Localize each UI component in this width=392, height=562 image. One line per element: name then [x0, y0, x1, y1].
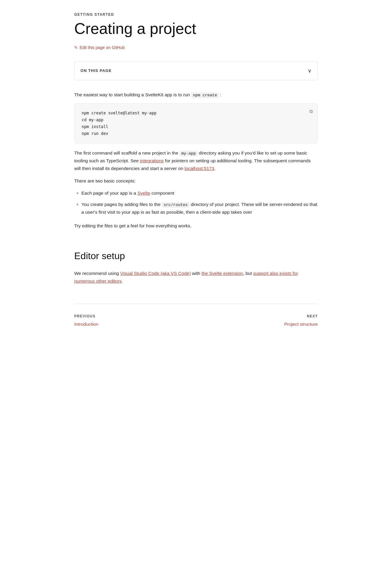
- editor-setup-heading: Editor setup: [74, 244, 318, 264]
- prev-link[interactable]: Introduction: [74, 321, 98, 328]
- bullet-icon: [77, 204, 78, 205]
- my-app-code: my-app: [180, 151, 198, 156]
- page-title: Creating a project: [74, 20, 318, 38]
- localhost-link[interactable]: localhost:5173: [184, 166, 214, 171]
- svelte-extension-link[interactable]: the Svelte extension: [202, 271, 243, 276]
- src-routes-code: src/routes: [162, 202, 189, 208]
- edit-github-link[interactable]: ✎ Edit this page on GitHub: [74, 44, 125, 51]
- next-label: NEXT: [284, 314, 318, 319]
- svelte-link[interactable]: Svelte: [137, 191, 150, 196]
- integrations-link[interactable]: integrations: [140, 158, 164, 163]
- code-block: npm create svelte@latest my-app cd my-ap…: [74, 103, 318, 143]
- next-nav: NEXT Project structure: [284, 314, 318, 328]
- bullet-1-text: Each page of your app is a Svelte compon…: [81, 189, 174, 197]
- intro-paragraph-1: The easiest way to start building a Svel…: [74, 91, 318, 99]
- edit-icon: ✎: [74, 44, 78, 51]
- main-content: The easiest way to start building a Svel…: [74, 91, 318, 285]
- npm-create-code: npm create: [191, 92, 219, 98]
- list-item: Each page of your app is a Svelte compon…: [77, 189, 318, 197]
- vscode-link[interactable]: Visual Studio Code (aka VS Code): [120, 271, 191, 276]
- copy-icon[interactable]: ⧉: [309, 108, 313, 116]
- on-this-page-section[interactable]: ON THIS PAGE ∨: [74, 62, 318, 80]
- next-link[interactable]: Project structure: [284, 321, 318, 328]
- section-label: GETTING STARTED: [74, 12, 318, 18]
- bullet-icon: [77, 192, 78, 194]
- bullet-2-text: You create pages by adding files to the …: [81, 201, 318, 216]
- edit-github-link-text: Edit this page on GitHub: [80, 44, 125, 51]
- chevron-down-icon: ∨: [308, 67, 312, 75]
- editor-setup-paragraph: We recommend using Visual Studio Code (a…: [74, 270, 318, 285]
- intro-paragraph-2: The first command will scaffold a new pr…: [74, 149, 318, 172]
- on-this-page-label: ON THIS PAGE: [80, 68, 112, 74]
- concepts-intro: There are two basic concepts:: [74, 177, 318, 185]
- code-content: npm create svelte@latest my-app cd my-ap…: [82, 110, 310, 137]
- try-editing-paragraph: Try editing the files to get a feel for …: [74, 222, 318, 230]
- prev-nav: PREVIOUS Introduction: [74, 314, 98, 328]
- prev-label: PREVIOUS: [74, 314, 98, 319]
- concepts-list: Each page of your app is a Svelte compon…: [74, 189, 318, 216]
- nav-footer: PREVIOUS Introduction NEXT Project struc…: [74, 304, 318, 328]
- list-item: You create pages by adding files to the …: [77, 201, 318, 216]
